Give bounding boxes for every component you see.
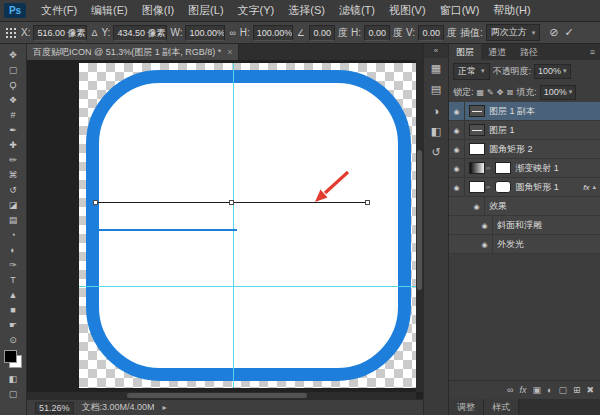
menu-item[interactable]: 帮助(H) xyxy=(486,0,537,21)
visibility-eye-icon[interactable]: ◉ xyxy=(449,102,465,121)
transform-handle-center[interactable] xyxy=(229,200,234,205)
canvas-area[interactable] xyxy=(27,60,423,399)
visibility-eye-icon[interactable]: ◉ xyxy=(477,216,493,235)
blend-mode-select[interactable]: 正常 ▾ xyxy=(453,63,490,80)
marquee-tool[interactable]: ▢ xyxy=(0,62,26,77)
lock-pixels-icon[interactable]: ✎ xyxy=(487,88,494,97)
panel-tab[interactable]: 图层 xyxy=(449,44,481,60)
visibility-eye-icon[interactable]: ◉ xyxy=(477,235,493,254)
transform-handle-left[interactable] xyxy=(93,200,98,205)
vertical-scrollbar-thumb[interactable] xyxy=(417,150,422,290)
commit-transform-icon[interactable]: ✓ xyxy=(565,26,574,39)
y-value-field[interactable]: 434.50 像素 xyxy=(113,25,167,41)
cancel-transform-icon[interactable]: ⊘ xyxy=(549,26,558,39)
close-icon[interactable]: × xyxy=(227,47,232,57)
menu-item[interactable]: 选择(S) xyxy=(281,0,332,21)
type-tool[interactable]: T xyxy=(0,272,26,287)
menu-item[interactable]: 编辑(E) xyxy=(84,0,135,21)
move-tool[interactable]: ✥ xyxy=(0,47,26,62)
fx-collapse-icon[interactable]: ▴ xyxy=(592,183,596,191)
h-skew-field[interactable]: 0.00 xyxy=(364,25,390,41)
gradient-tool[interactable]: ▤ xyxy=(0,212,26,227)
pen-tool[interactable]: ✑ xyxy=(0,257,26,272)
fill-field[interactable]: 100% ▾ xyxy=(540,85,577,100)
w-value-field[interactable]: 100.00% xyxy=(185,25,225,41)
zoom-level-field[interactable]: 51.26% xyxy=(35,402,74,414)
new-adjustment-layer-icon[interactable]: ◐ xyxy=(547,385,552,395)
lock-all-icon[interactable]: ⊠ xyxy=(506,88,513,97)
relative-position-icon[interactable]: Δ xyxy=(90,28,98,38)
visibility-eye-icon[interactable]: ◉ xyxy=(449,178,465,197)
layer-row[interactable]: ◉效果 xyxy=(449,197,600,216)
history-brush-tool[interactable]: ↺ xyxy=(0,182,26,197)
horizontal-scrollbar-thumb[interactable] xyxy=(127,393,307,398)
shape-tool[interactable]: ■ xyxy=(0,302,26,317)
document-tab[interactable]: 百度贴吧ICON @ 51.3%(图层 1 副本, RGB/8) * × xyxy=(27,44,239,60)
layer-style-icon[interactable]: fx xyxy=(519,385,526,395)
transform-handle-right[interactable] xyxy=(365,200,370,205)
layer-row[interactable]: ◉∞圆角矩形 1fx▴ xyxy=(449,178,600,197)
link-layers-icon[interactable]: ∞ xyxy=(507,385,513,395)
panel-tab[interactable]: 样式 xyxy=(484,399,519,415)
menu-item[interactable]: 图像(I) xyxy=(135,0,181,21)
lasso-tool[interactable]: Ϙ xyxy=(0,77,26,92)
delete-layer-icon[interactable]: ✖ xyxy=(586,385,594,395)
hand-tool[interactable]: ☛ xyxy=(0,317,26,332)
layer-row[interactable]: ◉圆角矩形 2 xyxy=(449,140,600,159)
angle-value-field[interactable]: 0.00 xyxy=(309,25,335,41)
visibility-eye-icon[interactable]: ◉ xyxy=(469,197,485,216)
new-group-icon[interactable]: ▢ xyxy=(558,385,567,395)
visibility-eye-icon[interactable]: ◉ xyxy=(449,140,465,159)
brush-tool[interactable]: ✏ xyxy=(0,152,26,167)
panel-tab[interactable]: 通道 xyxy=(481,44,513,60)
quick-selection-tool[interactable]: ❖ xyxy=(0,92,26,107)
styles-panel-icon[interactable]: ◧ xyxy=(424,121,448,142)
new-layer-icon[interactable]: ⊞ xyxy=(573,385,581,395)
horizontal-scrollbar[interactable] xyxy=(27,392,416,399)
menu-item[interactable]: 文件(F) xyxy=(34,0,84,21)
link-dimensions-icon[interactable]: ∞ xyxy=(228,28,236,38)
status-menu-icon[interactable]: ▸ xyxy=(163,403,167,412)
menu-item[interactable]: 图层(L) xyxy=(181,0,230,21)
quick-mask-button[interactable]: ◧ xyxy=(0,371,26,386)
rotate-angle-icon[interactable]: ∠ xyxy=(296,28,306,38)
expand-panels-icon[interactable]: « xyxy=(424,44,448,58)
h-value-field[interactable]: 100.00% xyxy=(253,25,293,41)
reference-point-icon[interactable] xyxy=(5,27,16,38)
healing-brush-tool[interactable]: ✚ xyxy=(0,137,26,152)
clone-stamp-tool[interactable]: ⌘ xyxy=(0,167,26,182)
path-selection-tool[interactable]: ▲ xyxy=(0,287,26,302)
zoom-tool[interactable]: ⊙ xyxy=(0,332,26,347)
layer-row[interactable]: ◉外发光 xyxy=(449,235,600,254)
eraser-tool[interactable]: ◪ xyxy=(0,197,26,212)
color-panel-icon[interactable]: ▦ xyxy=(424,58,448,79)
menu-item[interactable]: 文字(Y) xyxy=(231,0,282,21)
menu-item[interactable]: 窗口(W) xyxy=(433,0,487,21)
menu-item[interactable]: 滤镜(T) xyxy=(332,0,382,21)
add-layer-mask-icon[interactable]: ▣ xyxy=(532,385,541,395)
screen-mode-button[interactable]: ▢ xyxy=(0,386,26,401)
visibility-eye-icon[interactable]: ◉ xyxy=(449,159,465,178)
blur-tool[interactable]: ◔ xyxy=(0,227,26,242)
vertical-scrollbar[interactable] xyxy=(416,60,423,392)
layer-row[interactable]: ◉图层 1 副本 xyxy=(449,102,600,121)
panel-menu-icon[interactable]: ≡ xyxy=(585,44,600,60)
menu-item[interactable]: 视图(V) xyxy=(382,0,433,21)
visibility-eye-icon[interactable]: ◉ xyxy=(449,121,465,140)
v-skew-field[interactable]: 0.00 xyxy=(418,25,444,41)
panel-tab[interactable]: 路径 xyxy=(513,44,545,60)
layer-row[interactable]: ◉斜面和浮雕 xyxy=(449,216,600,235)
dodge-tool[interactable]: ◐ xyxy=(0,242,26,257)
history-panel-icon[interactable]: ↺ xyxy=(424,142,448,163)
opacity-field[interactable]: 100% ▾ xyxy=(534,64,571,79)
interpolation-select[interactable]: 两次立方 ▾ xyxy=(486,24,541,41)
adjustments-panel-icon[interactable]: ◑ xyxy=(424,100,448,121)
swatches-panel-icon[interactable]: ▤ xyxy=(424,79,448,100)
foreground-color-swatch[interactable] xyxy=(4,350,17,363)
layer-row[interactable]: ◉∞渐变映射 1 xyxy=(449,159,600,178)
x-value-field[interactable]: 516.00 像素 xyxy=(33,25,87,41)
layer-row[interactable]: ◉图层 1 xyxy=(449,121,600,140)
lock-position-icon[interactable]: ✥ xyxy=(497,88,504,97)
lock-transparency-icon[interactable]: ▦ xyxy=(477,88,485,97)
panel-tab[interactable]: 调整 xyxy=(449,399,484,415)
